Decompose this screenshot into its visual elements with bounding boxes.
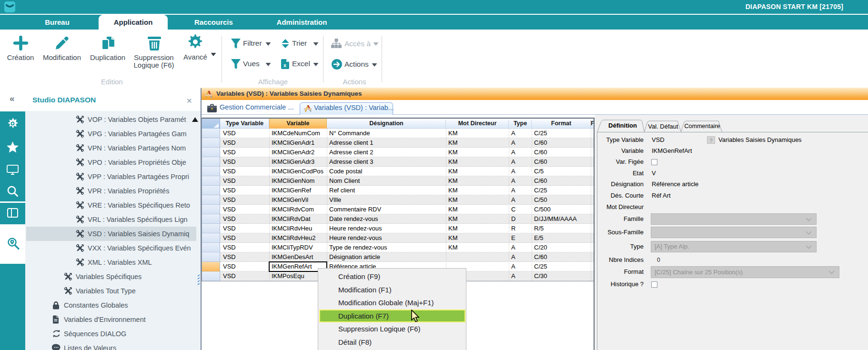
svg-text:x: x [283, 62, 287, 68]
